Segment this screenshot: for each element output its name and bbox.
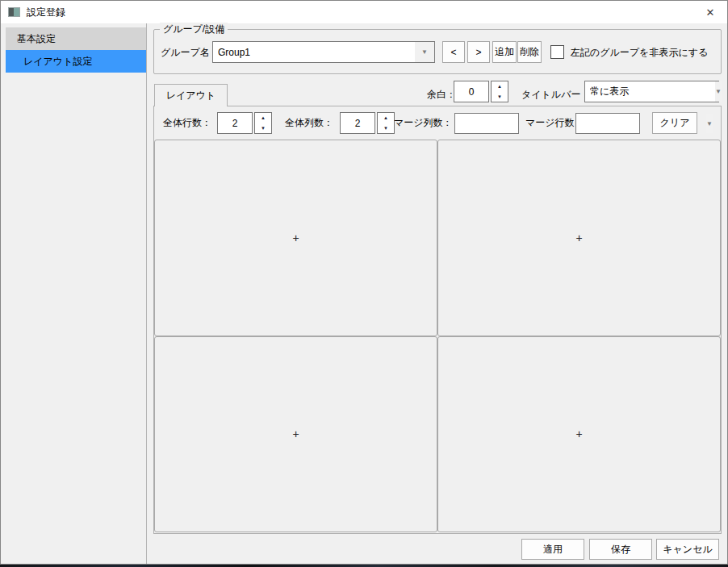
window-titlebar: 設定登録 ✕ <box>1 1 727 23</box>
group-add-button[interactable]: 追加 <box>492 41 517 63</box>
tab-layout[interactable]: レイアウト <box>154 84 228 106</box>
chevron-down-icon[interactable]: ▼ <box>415 42 434 62</box>
layout-grid: + + + + <box>154 140 721 532</box>
total-cols-input[interactable] <box>340 112 375 134</box>
spin-up-icon[interactable]: ▲ <box>255 113 271 123</box>
layout-grid-cell[interactable]: + <box>154 336 437 533</box>
close-icon[interactable]: ✕ <box>693 1 727 23</box>
spin-up-icon[interactable]: ▲ <box>378 113 394 123</box>
group-name-label: グループ名： <box>161 30 220 75</box>
cancel-button[interactable]: キャンセル <box>656 539 719 560</box>
screen: 設定登録 ✕ 基本設定 レイアウト設定 グループ/設備 グループ名： ▼ < >… <box>0 0 728 567</box>
group-prev-button[interactable]: < <box>442 41 465 63</box>
apply-button[interactable]: 適用 <box>521 539 584 560</box>
margin-spinner: ▲ ▼ <box>454 81 508 102</box>
margin-label: 余白： <box>427 84 456 106</box>
merge-rows-combobox[interactable]: ▼ <box>575 113 640 134</box>
add-plus-icon: + <box>575 231 582 244</box>
group-name-combobox[interactable]: ▼ <box>212 41 435 63</box>
clear-button[interactable]: クリア <box>652 112 697 134</box>
hide-group-checkbox[interactable] <box>550 45 564 59</box>
add-plus-icon: + <box>292 231 299 244</box>
spin-down-icon[interactable]: ▼ <box>255 123 271 134</box>
layout-grid-cell[interactable]: + <box>437 140 721 336</box>
chevron-down-icon[interactable]: ▼ <box>706 114 713 133</box>
spin-down-icon[interactable]: ▼ <box>492 92 508 102</box>
merge-cols-label: マージ列数： <box>394 112 453 134</box>
add-plus-icon: + <box>292 427 299 440</box>
group-delete-button[interactable]: 削除 <box>517 41 542 63</box>
layout-grid-cell[interactable]: + <box>154 140 437 336</box>
layout-grid-cell[interactable]: + <box>437 336 721 533</box>
save-button[interactable]: 保存 <box>589 539 652 560</box>
total-rows-spinner: ▲ ▼ <box>217 112 272 134</box>
window-title: 設定登録 <box>27 6 65 19</box>
total-cols-spinner: ▲ ▼ <box>340 112 395 134</box>
group-next-button[interactable]: > <box>467 41 490 63</box>
app-window-icon <box>8 7 20 17</box>
spin-up-icon[interactable]: ▲ <box>492 81 508 92</box>
titlebar-mode-combobox[interactable]: ▼ <box>584 81 719 102</box>
layout-tab-panel: 全体行数： ▲ ▼ 全体列数： ▲ ▼ マージ列数： ▼ <box>153 106 722 534</box>
margin-spin-buttons: ▲ ▼ <box>491 81 508 102</box>
total-rows-label: 全体行数： <box>163 112 211 134</box>
sidebar-item-layout-settings[interactable]: レイアウト設定 <box>6 50 146 73</box>
chevron-down-icon[interactable]: ▼ <box>715 81 722 102</box>
settings-sidebar: 基本設定 レイアウト設定 <box>1 23 147 564</box>
total-rows-spin-buttons: ▲ ▼ <box>254 112 272 134</box>
titlebar-mode-label: タイトルバー： <box>521 84 590 106</box>
add-plus-icon: + <box>575 427 582 440</box>
total-cols-spin-buttons: ▲ ▼ <box>377 112 395 134</box>
merge-cols-combobox[interactable]: ▼ <box>454 113 519 134</box>
sidebar-item-basic-settings[interactable]: 基本設定 <box>6 27 146 50</box>
settings-registration-window: 設定登録 ✕ 基本設定 レイアウト設定 グループ/設備 グループ名： ▼ < >… <box>0 0 728 565</box>
margin-input[interactable] <box>454 81 489 102</box>
hide-group-checkbox-label: 左記のグループを非表示にする <box>571 30 708 75</box>
total-cols-label: 全体列数： <box>285 112 333 134</box>
group-name-input[interactable] <box>213 42 415 62</box>
group-equipment-groupbox: グループ/設備 グループ名： ▼ < > 追加 削除 左記のグループを非表示にす… <box>153 29 722 74</box>
spin-down-icon[interactable]: ▼ <box>378 123 394 134</box>
titlebar-mode-value[interactable] <box>585 81 715 102</box>
total-rows-input[interactable] <box>217 112 253 134</box>
